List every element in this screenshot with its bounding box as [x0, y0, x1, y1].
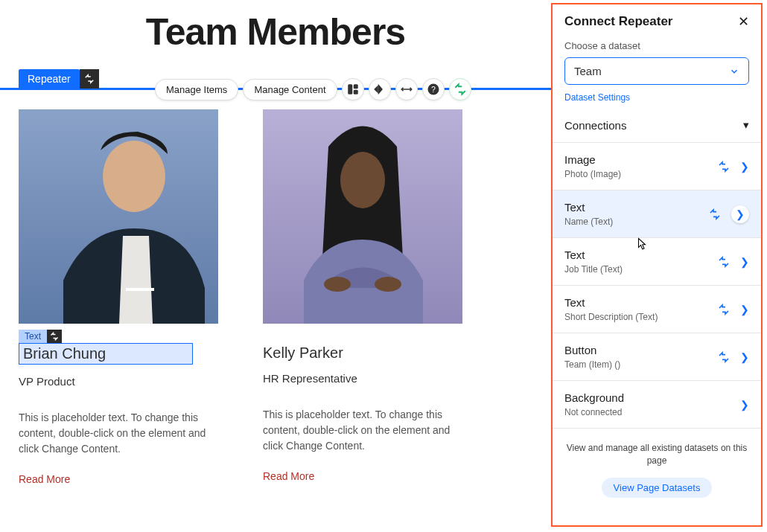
connect-data-icon[interactable] — [449, 78, 471, 100]
connection-title: Image — [564, 153, 621, 166]
chevron-right-icon: ❯ — [740, 161, 749, 173]
data-binding-icon[interactable] — [80, 69, 99, 89]
chevron-right-icon: ❯ — [731, 205, 749, 223]
panel-title: Connect Repeater — [564, 14, 672, 29]
connections-list: ImagePhoto (Image) ❯ TextName (Text) ❯ T… — [553, 142, 761, 429]
connection-row-image[interactable]: ImagePhoto (Image) ❯ — [553, 143, 761, 190]
chevron-down-icon — [729, 66, 739, 77]
chevron-right-icon: ❯ — [740, 351, 749, 363]
dataset-dropdown[interactable]: Team — [564, 57, 749, 85]
connection-subtitle: Short Description (Text) — [564, 312, 658, 322]
member-description[interactable]: This is placeholder text. To change this… — [19, 410, 218, 457]
bound-icon — [718, 161, 730, 173]
connection-title: Button — [564, 344, 620, 356]
choose-dataset-label: Choose a dataset — [564, 40, 749, 51]
connection-row-background[interactable]: BackgroundNot connected ❯ — [553, 381, 761, 429]
connection-row-shortdesc[interactable]: TextShort Description (Text) ❯ — [553, 286, 761, 333]
member-photo[interactable] — [263, 109, 462, 324]
member-job-title[interactable]: VP Product — [19, 375, 218, 388]
read-more-link[interactable]: Read More — [263, 470, 314, 482]
connection-title: Background — [564, 391, 624, 404]
connections-header[interactable]: Connections ▾ — [553, 103, 761, 142]
svg-rect-0 — [348, 84, 352, 94]
stretch-icon[interactable] — [395, 78, 418, 100]
chevron-right-icon: ❯ — [740, 304, 749, 315]
caret-down-icon: ▾ — [743, 118, 749, 132]
svg-rect-2 — [353, 90, 357, 94]
svg-rect-1 — [353, 84, 357, 89]
footer-help-text: View and manage all existing datasets on… — [566, 442, 748, 467]
connection-subtitle: Photo (Image) — [564, 169, 621, 179]
team-card[interactable]: Text Brian Chung VP Product This is plac… — [19, 109, 218, 486]
member-description[interactable]: This is placeholder text. To change this… — [263, 407, 462, 454]
page-title: Team Members — [0, 10, 551, 54]
connection-title: Text — [564, 201, 613, 214]
bound-icon — [718, 256, 730, 268]
svg-point-6 — [103, 141, 165, 212]
close-icon[interactable]: ✕ — [738, 13, 749, 30]
connection-row-button[interactable]: ButtonTeam (Item) () ❯ — [553, 333, 761, 381]
connection-row-name[interactable]: TextName (Text) ❯ — [553, 190, 761, 238]
dataset-selected-value: Team — [574, 65, 602, 77]
chevron-right-icon: ❯ — [740, 256, 749, 268]
svg-point-10 — [340, 152, 385, 208]
read-more-link[interactable]: Read More — [19, 473, 70, 485]
connection-subtitle: Not connected — [564, 407, 624, 417]
connection-title: Text — [564, 249, 623, 261]
svg-point-12 — [375, 277, 401, 292]
repeater-tag[interactable]: Repeater — [19, 69, 99, 89]
connection-subtitle: Team (Item) () — [564, 359, 620, 370]
member-name[interactable]: Brian Chung — [19, 343, 193, 365]
bound-icon — [709, 208, 721, 220]
member-photo[interactable] — [19, 109, 218, 324]
text-element-tag[interactable]: Text — [19, 330, 218, 343]
member-job-title[interactable]: HR Representative — [263, 372, 462, 385]
animation-icon[interactable] — [369, 78, 391, 100]
dataset-settings-link[interactable]: Dataset Settings — [564, 92, 630, 103]
view-page-datasets-button[interactable]: View Page Datasets — [602, 478, 713, 498]
svg-rect-7 — [126, 288, 154, 291]
connection-row-jobtitle[interactable]: TextJob Title (Text) ❯ — [553, 238, 761, 286]
repeater-tag-label: Repeater — [19, 69, 80, 89]
text-tag-label: Text — [19, 330, 47, 343]
member-name[interactable]: Kelly Parker — [263, 344, 462, 362]
team-card[interactable]: Kelly Parker HR Representative This is p… — [263, 109, 462, 486]
connect-repeater-panel: Connect Repeater ✕ Choose a dataset Team… — [551, 3, 763, 527]
connections-label: Connections — [564, 119, 626, 132]
repeater-container[interactable]: Repeater Manage Items Manage Content ? — [0, 88, 551, 486]
manage-items-button[interactable]: Manage Items — [155, 79, 238, 100]
floating-toolbar: Manage Items Manage Content ? — [155, 78, 471, 100]
chevron-right-icon: ❯ — [740, 399, 749, 411]
layout-icon[interactable] — [342, 78, 364, 100]
data-binding-icon[interactable] — [47, 330, 62, 343]
svg-point-11 — [324, 277, 351, 292]
connection-subtitle: Name (Text) — [564, 217, 613, 227]
manage-content-button[interactable]: Manage Content — [243, 79, 337, 100]
connection-subtitle: Job Title (Text) — [564, 264, 623, 275]
svg-text:?: ? — [431, 85, 436, 94]
help-icon[interactable]: ? — [422, 78, 445, 100]
bound-icon — [718, 351, 730, 363]
connection-title: Text — [564, 296, 658, 309]
bound-icon — [718, 304, 730, 315]
